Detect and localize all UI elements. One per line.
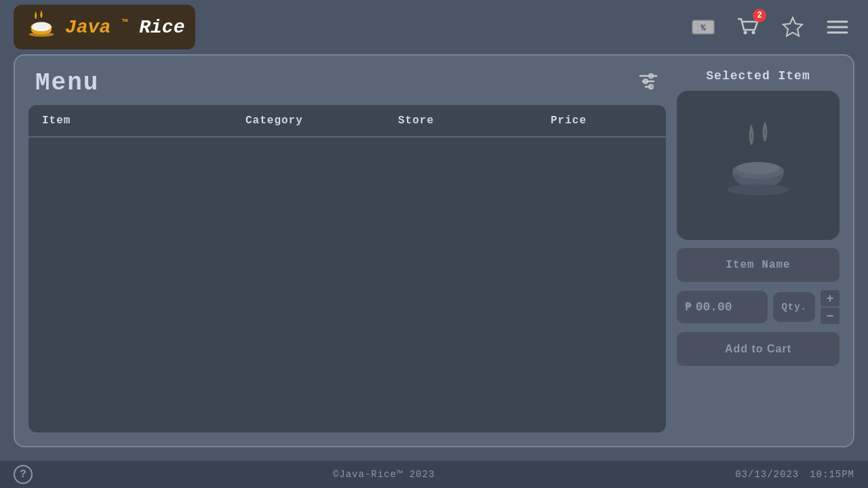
filter-button[interactable] xyxy=(637,70,659,96)
footer-datetime: 03/13/2023 10:15PM xyxy=(735,469,854,480)
col-item: Item xyxy=(42,115,245,127)
price-qty-row: ₱ 00.00 Qty. + − xyxy=(677,290,840,324)
hamburger-icon xyxy=(825,15,850,39)
footer: ? ©Java-Rice™ 2023 03/13/2023 10:15PM xyxy=(0,461,868,488)
footer-date: 03/13/2023 xyxy=(735,469,799,480)
logo-text: Java ™ Rice xyxy=(65,17,184,38)
svg-marker-11 xyxy=(783,18,802,36)
svg-text:%: % xyxy=(701,24,706,33)
star-icon xyxy=(781,15,805,39)
footer-time: 10:15PM xyxy=(810,469,854,480)
content-inner: Menu Item Category xyxy=(28,69,840,432)
filter-icon xyxy=(637,70,659,92)
price-box: ₱ 00.00 xyxy=(677,291,768,323)
main-container: Menu Item Category xyxy=(14,54,854,447)
qty-stepper: + − xyxy=(821,290,840,324)
menu-table: Item Category Store Price xyxy=(28,105,666,432)
logo[interactable]: Java ™ Rice xyxy=(14,5,195,49)
menu-title: Menu xyxy=(35,69,99,97)
svg-point-10 xyxy=(752,31,755,35)
qty-plus-button[interactable]: + xyxy=(821,290,840,306)
item-placeholder-icon xyxy=(711,117,806,211)
menu-button[interactable] xyxy=(821,10,854,44)
col-price: Price xyxy=(551,115,652,127)
table-body xyxy=(28,138,666,432)
svg-point-4 xyxy=(29,33,54,37)
col-store: Store xyxy=(398,115,551,127)
coupon-button[interactable]: % xyxy=(686,10,720,44)
item-image-container xyxy=(677,91,840,240)
header-icons: % 2 xyxy=(686,10,854,44)
menu-panel: Menu Item Category xyxy=(28,69,666,432)
selected-panel: Selected Item xyxy=(677,69,840,432)
logo-icon xyxy=(24,10,58,44)
favorites-button[interactable] xyxy=(776,10,810,44)
cart-button[interactable]: 2 xyxy=(731,10,765,44)
coupon-icon: % xyxy=(691,15,715,39)
qty-minus-button[interactable]: − xyxy=(821,308,840,324)
qty-display: Qty. xyxy=(773,292,815,322)
table-header: Item Category Store Price xyxy=(28,105,666,138)
header: Java ™ Rice % 2 xyxy=(0,0,868,54)
item-image xyxy=(711,117,806,215)
footer-copyright: ©Java-Rice™ 2023 xyxy=(333,469,435,480)
svg-point-9 xyxy=(744,31,747,35)
menu-header: Menu xyxy=(28,69,666,97)
svg-rect-25 xyxy=(743,188,773,193)
cart-badge: 2 xyxy=(753,9,766,22)
item-name-display: Item Name xyxy=(677,248,840,282)
peso-sign: ₱ xyxy=(685,300,692,314)
col-category: Category xyxy=(245,115,398,127)
price-value: 00.00 xyxy=(696,300,732,314)
svg-point-3 xyxy=(33,22,50,29)
svg-point-23 xyxy=(736,162,780,174)
add-to-cart-button[interactable]: Add to Cart xyxy=(677,332,840,366)
selected-item-title: Selected Item xyxy=(677,69,840,83)
help-button[interactable]: ? xyxy=(14,465,33,484)
